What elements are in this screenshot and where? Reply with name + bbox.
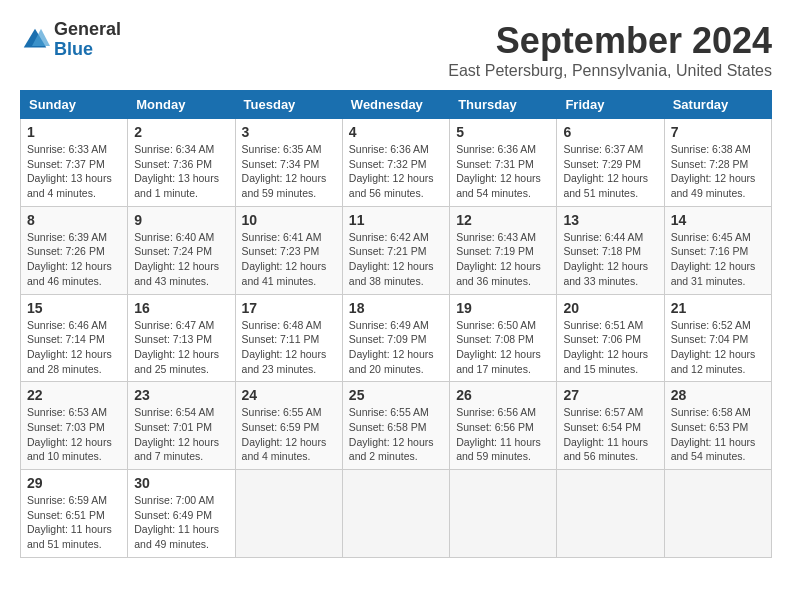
day-info: Sunrise: 6:36 AMSunset: 7:31 PMDaylight:… bbox=[456, 142, 550, 201]
day-info: Sunrise: 6:59 AMSunset: 6:51 PMDaylight:… bbox=[27, 493, 121, 552]
week-row-1: 1Sunrise: 6:33 AMSunset: 7:37 PMDaylight… bbox=[21, 119, 772, 207]
day-number: 20 bbox=[563, 300, 657, 316]
day-cell: 2Sunrise: 6:34 AMSunset: 7:36 PMDaylight… bbox=[128, 119, 235, 207]
day-cell: 8Sunrise: 6:39 AMSunset: 7:26 PMDaylight… bbox=[21, 206, 128, 294]
day-info: Sunrise: 6:53 AMSunset: 7:03 PMDaylight:… bbox=[27, 405, 121, 464]
day-cell: 20Sunrise: 6:51 AMSunset: 7:06 PMDayligh… bbox=[557, 294, 664, 382]
day-cell: 28Sunrise: 6:58 AMSunset: 6:53 PMDayligh… bbox=[664, 382, 771, 470]
day-number: 14 bbox=[671, 212, 765, 228]
subtitle: East Petersburg, Pennsylvania, United St… bbox=[448, 62, 772, 80]
day-info: Sunrise: 6:37 AMSunset: 7:29 PMDaylight:… bbox=[563, 142, 657, 201]
day-info: Sunrise: 6:38 AMSunset: 7:28 PMDaylight:… bbox=[671, 142, 765, 201]
day-number: 15 bbox=[27, 300, 121, 316]
day-cell: 30Sunrise: 7:00 AMSunset: 6:49 PMDayligh… bbox=[128, 470, 235, 558]
day-cell bbox=[342, 470, 449, 558]
day-cell: 4Sunrise: 6:36 AMSunset: 7:32 PMDaylight… bbox=[342, 119, 449, 207]
logo-text-general: General bbox=[54, 20, 121, 40]
day-cell: 12Sunrise: 6:43 AMSunset: 7:19 PMDayligh… bbox=[450, 206, 557, 294]
col-header-saturday: Saturday bbox=[664, 91, 771, 119]
col-header-monday: Monday bbox=[128, 91, 235, 119]
day-number: 29 bbox=[27, 475, 121, 491]
main-title: September 2024 bbox=[448, 20, 772, 62]
day-number: 6 bbox=[563, 124, 657, 140]
day-info: Sunrise: 6:52 AMSunset: 7:04 PMDaylight:… bbox=[671, 318, 765, 377]
day-number: 27 bbox=[563, 387, 657, 403]
logo-text-blue: Blue bbox=[54, 40, 121, 60]
day-info: Sunrise: 7:00 AMSunset: 6:49 PMDaylight:… bbox=[134, 493, 228, 552]
calendar-header-row: SundayMondayTuesdayWednesdayThursdayFrid… bbox=[21, 91, 772, 119]
day-number: 9 bbox=[134, 212, 228, 228]
col-header-sunday: Sunday bbox=[21, 91, 128, 119]
day-cell: 19Sunrise: 6:50 AMSunset: 7:08 PMDayligh… bbox=[450, 294, 557, 382]
day-number: 13 bbox=[563, 212, 657, 228]
day-cell: 3Sunrise: 6:35 AMSunset: 7:34 PMDaylight… bbox=[235, 119, 342, 207]
day-info: Sunrise: 6:33 AMSunset: 7:37 PMDaylight:… bbox=[27, 142, 121, 201]
day-info: Sunrise: 6:42 AMSunset: 7:21 PMDaylight:… bbox=[349, 230, 443, 289]
day-info: Sunrise: 6:56 AMSunset: 6:56 PMDaylight:… bbox=[456, 405, 550, 464]
day-number: 22 bbox=[27, 387, 121, 403]
day-info: Sunrise: 6:51 AMSunset: 7:06 PMDaylight:… bbox=[563, 318, 657, 377]
day-cell: 22Sunrise: 6:53 AMSunset: 7:03 PMDayligh… bbox=[21, 382, 128, 470]
day-number: 30 bbox=[134, 475, 228, 491]
day-info: Sunrise: 6:57 AMSunset: 6:54 PMDaylight:… bbox=[563, 405, 657, 464]
day-number: 5 bbox=[456, 124, 550, 140]
page-header: General Blue September 2024 East Petersb… bbox=[20, 20, 772, 80]
day-info: Sunrise: 6:44 AMSunset: 7:18 PMDaylight:… bbox=[563, 230, 657, 289]
day-cell: 17Sunrise: 6:48 AMSunset: 7:11 PMDayligh… bbox=[235, 294, 342, 382]
day-cell: 25Sunrise: 6:55 AMSunset: 6:58 PMDayligh… bbox=[342, 382, 449, 470]
day-info: Sunrise: 6:36 AMSunset: 7:32 PMDaylight:… bbox=[349, 142, 443, 201]
day-number: 7 bbox=[671, 124, 765, 140]
day-cell: 13Sunrise: 6:44 AMSunset: 7:18 PMDayligh… bbox=[557, 206, 664, 294]
day-info: Sunrise: 6:34 AMSunset: 7:36 PMDaylight:… bbox=[134, 142, 228, 201]
day-info: Sunrise: 6:35 AMSunset: 7:34 PMDaylight:… bbox=[242, 142, 336, 201]
col-header-tuesday: Tuesday bbox=[235, 91, 342, 119]
day-number: 17 bbox=[242, 300, 336, 316]
day-cell: 27Sunrise: 6:57 AMSunset: 6:54 PMDayligh… bbox=[557, 382, 664, 470]
day-cell: 7Sunrise: 6:38 AMSunset: 7:28 PMDaylight… bbox=[664, 119, 771, 207]
day-number: 21 bbox=[671, 300, 765, 316]
col-header-friday: Friday bbox=[557, 91, 664, 119]
day-info: Sunrise: 6:45 AMSunset: 7:16 PMDaylight:… bbox=[671, 230, 765, 289]
day-number: 4 bbox=[349, 124, 443, 140]
day-cell bbox=[450, 470, 557, 558]
day-info: Sunrise: 6:41 AMSunset: 7:23 PMDaylight:… bbox=[242, 230, 336, 289]
day-cell: 26Sunrise: 6:56 AMSunset: 6:56 PMDayligh… bbox=[450, 382, 557, 470]
week-row-5: 29Sunrise: 6:59 AMSunset: 6:51 PMDayligh… bbox=[21, 470, 772, 558]
calendar-table: SundayMondayTuesdayWednesdayThursdayFrid… bbox=[20, 90, 772, 558]
week-row-2: 8Sunrise: 6:39 AMSunset: 7:26 PMDaylight… bbox=[21, 206, 772, 294]
day-cell: 15Sunrise: 6:46 AMSunset: 7:14 PMDayligh… bbox=[21, 294, 128, 382]
day-number: 23 bbox=[134, 387, 228, 403]
day-info: Sunrise: 6:55 AMSunset: 6:58 PMDaylight:… bbox=[349, 405, 443, 464]
logo-icon bbox=[20, 25, 50, 55]
day-cell bbox=[664, 470, 771, 558]
day-number: 11 bbox=[349, 212, 443, 228]
day-number: 24 bbox=[242, 387, 336, 403]
day-number: 10 bbox=[242, 212, 336, 228]
day-cell: 23Sunrise: 6:54 AMSunset: 7:01 PMDayligh… bbox=[128, 382, 235, 470]
day-number: 16 bbox=[134, 300, 228, 316]
day-number: 25 bbox=[349, 387, 443, 403]
day-cell: 18Sunrise: 6:49 AMSunset: 7:09 PMDayligh… bbox=[342, 294, 449, 382]
day-cell: 9Sunrise: 6:40 AMSunset: 7:24 PMDaylight… bbox=[128, 206, 235, 294]
day-number: 8 bbox=[27, 212, 121, 228]
day-info: Sunrise: 6:40 AMSunset: 7:24 PMDaylight:… bbox=[134, 230, 228, 289]
day-info: Sunrise: 6:39 AMSunset: 7:26 PMDaylight:… bbox=[27, 230, 121, 289]
day-info: Sunrise: 6:55 AMSunset: 6:59 PMDaylight:… bbox=[242, 405, 336, 464]
week-row-4: 22Sunrise: 6:53 AMSunset: 7:03 PMDayligh… bbox=[21, 382, 772, 470]
day-info: Sunrise: 6:50 AMSunset: 7:08 PMDaylight:… bbox=[456, 318, 550, 377]
day-info: Sunrise: 6:58 AMSunset: 6:53 PMDaylight:… bbox=[671, 405, 765, 464]
day-cell: 6Sunrise: 6:37 AMSunset: 7:29 PMDaylight… bbox=[557, 119, 664, 207]
day-info: Sunrise: 6:46 AMSunset: 7:14 PMDaylight:… bbox=[27, 318, 121, 377]
day-cell: 21Sunrise: 6:52 AMSunset: 7:04 PMDayligh… bbox=[664, 294, 771, 382]
day-info: Sunrise: 6:47 AMSunset: 7:13 PMDaylight:… bbox=[134, 318, 228, 377]
day-cell: 5Sunrise: 6:36 AMSunset: 7:31 PMDaylight… bbox=[450, 119, 557, 207]
day-number: 26 bbox=[456, 387, 550, 403]
day-number: 2 bbox=[134, 124, 228, 140]
day-cell bbox=[235, 470, 342, 558]
day-cell: 14Sunrise: 6:45 AMSunset: 7:16 PMDayligh… bbox=[664, 206, 771, 294]
day-cell: 1Sunrise: 6:33 AMSunset: 7:37 PMDaylight… bbox=[21, 119, 128, 207]
day-cell: 24Sunrise: 6:55 AMSunset: 6:59 PMDayligh… bbox=[235, 382, 342, 470]
day-number: 18 bbox=[349, 300, 443, 316]
day-cell: 10Sunrise: 6:41 AMSunset: 7:23 PMDayligh… bbox=[235, 206, 342, 294]
day-info: Sunrise: 6:49 AMSunset: 7:09 PMDaylight:… bbox=[349, 318, 443, 377]
